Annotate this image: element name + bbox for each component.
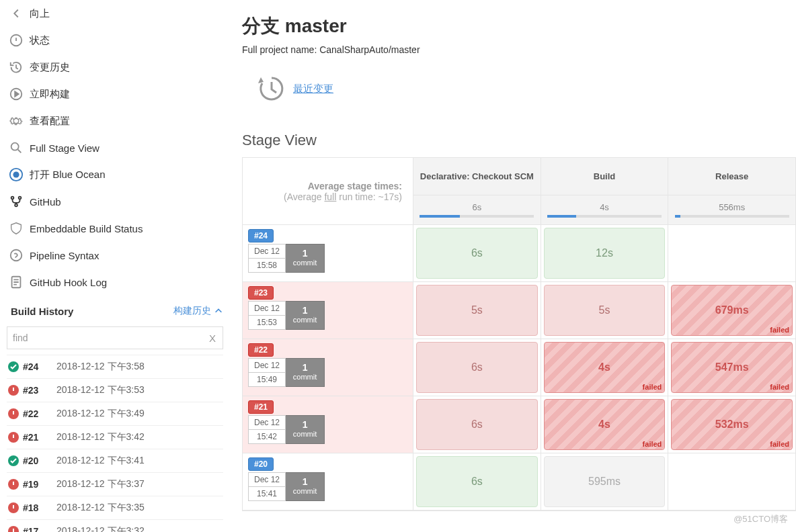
run-commit-count: 1commit [286,244,325,273]
sidebar-item-pipeline-syntax[interactable]: Pipeline Syntax [7,242,223,269]
stage-box: 532msfailed [671,399,793,450]
stage-avg-row: 6s4s556ms [413,195,795,225]
build-number: #19 [23,479,56,490]
run-commit-count: 1commit [286,358,325,387]
status-icon [8,32,24,48]
stage-avg-cell: 4s [541,195,669,224]
stage-cell[interactable]: 547msfailed [668,339,795,396]
sidebar-item-full-stage-view[interactable]: Full Stage View [7,134,223,161]
filter-clear[interactable]: X [202,332,223,344]
run-label-row[interactable]: #23Dec 1215:531commit [243,282,413,339]
stage-cell[interactable] [668,225,795,281]
stage-cell[interactable]: 595ms [541,453,669,510]
build-history-trend-link[interactable]: 构建历史 [173,305,223,317]
failed-tag: failed [643,440,662,448]
stage-cell[interactable]: 12s [541,225,669,281]
recent-changes-link[interactable]: 最近变更 [293,83,333,95]
sidebar-item-up[interactable]: 向上 [7,0,223,27]
sidebar-item-label: GitHub [30,196,61,208]
sidebar-item-label: 查看配置 [30,115,70,128]
stage-cell[interactable] [668,453,795,510]
build-history-row[interactable]: #172018-12-12 下午3:32 [7,519,223,532]
run-label-row[interactable]: #21Dec 1215:421commit [243,396,413,453]
sidebar-item-label: 向上 [30,7,50,20]
status-ball-success-icon [8,455,19,466]
build-history-row[interactable]: #232018-12-12 下午3:53 [7,378,223,402]
run-date: Dec 1215:42 [248,415,286,444]
stage-box: 5s [544,285,666,336]
stage-cell[interactable]: 5s [413,282,541,339]
stage-cell[interactable]: 5s [541,282,669,339]
page-title: 分支 master [242,13,796,39]
failed-tag: failed [643,383,662,391]
sidebar-item-label: 状态 [30,34,50,47]
stage-header-cell: Release [668,158,795,195]
build-history-row[interactable]: #182018-12-12 下午3:35 [7,496,223,519]
stage-box: 6s [416,342,538,393]
sidebar-item-changes[interactable]: 变更历史 [7,54,223,81]
status-ball-failure-icon [8,385,19,396]
run-date: Dec 1215:49 [248,358,286,387]
build-time: 2018-12-12 下午3:32 [56,525,145,532]
svg-point-4 [13,171,19,177]
sidebar-item-github[interactable]: GitHub [7,188,223,215]
history-icon [254,73,286,105]
pipeline-syntax-icon [8,247,24,263]
sidebar-item-configure[interactable]: 查看配置 [7,107,223,134]
failed-tag: failed [770,440,789,448]
stage-cell[interactable]: 6s [413,225,541,281]
stage-header-cell: Declarative: Checkout SCM [413,158,541,195]
recent-changes-section: 最近变更 [254,73,796,105]
run-label-row[interactable]: #20Dec 1215:411commit [243,453,413,511]
sidebar-item-label: Embeddable Build Status [30,223,143,234]
filter-input[interactable] [7,327,202,349]
stage-cell[interactable]: 6s [413,396,541,453]
watermark: @51CTO博客 [733,513,788,525]
stage-avg-cell: 6s [413,195,541,224]
stage-cell[interactable]: 532msfailed [668,396,795,453]
svg-point-6 [19,197,22,200]
sidebar-item-status[interactable]: 状态 [7,27,223,54]
run-badge: #22 [248,343,274,357]
stage-view-title: Stage View [242,132,796,149]
stage-cell[interactable]: 679msfailed [668,282,795,339]
main-content: 分支 master Full project name: CanalSharpA… [229,0,796,532]
stage-body-row: 5s5s679msfailed [413,282,795,339]
stage-cell[interactable]: 4sfailed [541,339,669,396]
sidebar-item-label: Pipeline Syntax [30,250,99,261]
build-time: 2018-12-12 下午3:53 [56,384,145,396]
svg-point-2 [11,143,19,150]
sidebar-item-open-blue-ocean[interactable]: 打开 Blue Ocean [7,161,223,188]
stage-cell[interactable]: 4sfailed [541,396,669,453]
stage-cell[interactable]: 6s [413,453,541,510]
sidebar-item-label: Full Stage View [30,142,100,154]
sidebar-item-embed-status[interactable]: Embeddable Build Status [7,215,223,242]
stage-box: 6s [416,399,538,450]
run-label-row[interactable]: #22Dec 1215:491commit [243,339,413,396]
sidebar-item-label: 立即构建 [30,88,70,101]
run-date: Dec 1215:41 [248,472,286,501]
build-history-row[interactable]: #242018-12-12 下午3:58 [7,355,223,378]
run-label-row[interactable]: #24Dec 1215:581commit [243,225,413,282]
sidebar-item-github-hook-log[interactable]: GitHub Hook Log [7,269,223,296]
run-badge: #23 [248,286,274,300]
status-ball-failure-icon [8,502,19,513]
build-number: #22 [23,408,56,419]
changes-icon [8,59,24,75]
build-history-row[interactable]: #212018-12-12 下午3:42 [7,425,223,449]
up-icon [8,5,24,21]
build-time: 2018-12-12 下午3:41 [56,455,145,467]
build-history-row[interactable]: #222018-12-12 下午3:49 [7,402,223,425]
build-history-row[interactable]: #202018-12-12 下午3:41 [7,449,223,472]
sidebar-item-label: 打开 Blue Ocean [30,169,106,181]
sidebar-item-build-now[interactable]: 立即构建 [7,81,223,107]
stage-body-row: 6s12s [413,225,795,282]
stage-box: 12s [544,228,666,279]
build-history-row[interactable]: #192018-12-12 下午3:37 [7,472,223,496]
stage-cell[interactable]: 6s [413,339,541,396]
stage-box: 6s [416,228,538,279]
stage-box: 547msfailed [671,342,793,393]
status-ball-failure-icon [8,408,19,419]
build-history-filter[interactable]: X [7,326,223,349]
sidebar-item-label: GitHub Hook Log [30,277,107,288]
